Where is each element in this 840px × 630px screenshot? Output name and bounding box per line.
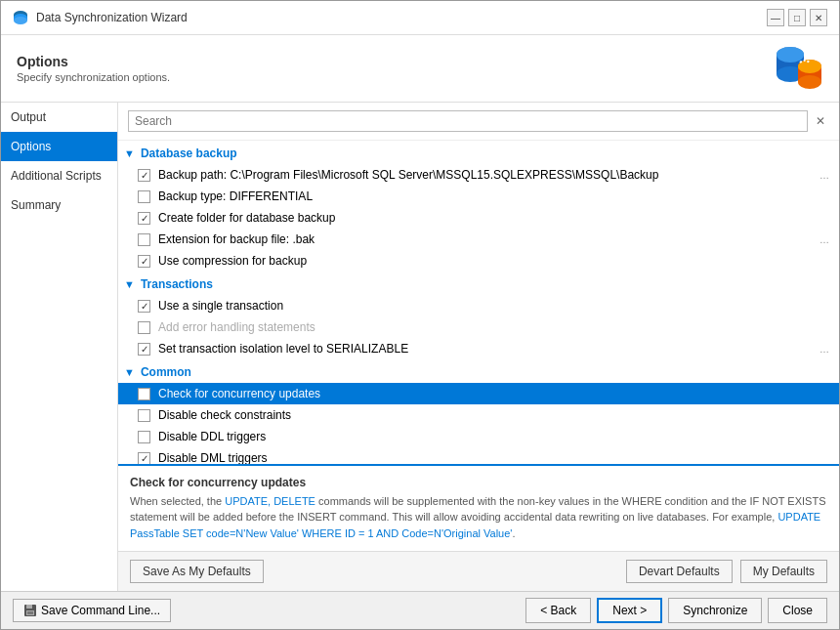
option-more-backup-path[interactable]: …	[819, 170, 829, 181]
option-disable-constraints[interactable]: Disable check constraints	[118, 404, 839, 426]
option-disable-ddl-triggers[interactable]: Disable DDL triggers	[118, 426, 839, 447]
app-icon	[13, 10, 28, 25]
options-inner: ▼ Database backup Backup path: C:\Progra…	[118, 141, 839, 464]
info-text-part-3: .	[512, 527, 515, 539]
footer: Save Command Line... < Back Next > Synch…	[1, 591, 839, 629]
option-checkbox-disable-dml[interactable]	[138, 452, 150, 464]
close-button[interactable]: Close	[768, 598, 827, 623]
option-backup-path[interactable]: Backup path: C:\Program Files\Microsoft …	[118, 164, 839, 186]
content-area: Output Options Additional Scripts Summar…	[1, 103, 839, 591]
option-more-isolation[interactable]: …	[819, 344, 829, 355]
chevron-down-icon-2: ▼	[124, 278, 135, 290]
main-panel: ✕ ▼ Database backup Backup path: C:\Prog…	[118, 103, 839, 591]
floppy-disk-icon	[23, 604, 37, 617]
main-window: Data Synchronization Wizard — □ ✕ Option…	[0, 0, 840, 630]
bottom-buttons: Save As My Defaults Devart Defaults My D…	[118, 551, 839, 591]
svg-point-11	[798, 75, 821, 89]
minimize-button[interactable]: —	[767, 9, 784, 26]
title-bar-controls: — □ ✕	[767, 9, 827, 26]
page-description: Specify synchronization options.	[17, 71, 170, 83]
option-checkbox-disable-ddl[interactable]	[138, 431, 150, 443]
bottom-buttons-right: Devart Defaults My Defaults	[626, 560, 827, 583]
footer-left: Save Command Line...	[13, 599, 171, 622]
svg-rect-14	[26, 605, 32, 609]
page-header: Options Specify synchronization options.	[1, 35, 839, 103]
option-checkbox-create-folder[interactable]	[138, 212, 150, 225]
option-single-transaction[interactable]: Use a single transaction	[118, 295, 839, 316]
page-title: Options	[17, 54, 170, 69]
option-error-handling[interactable]: Add error handling statements	[118, 316, 839, 338]
restore-button[interactable]: □	[788, 9, 806, 26]
svg-point-8	[777, 47, 804, 63]
info-panel: Check for concurrency updates When selec…	[118, 464, 839, 552]
svg-point-4	[14, 17, 27, 24]
option-extension-backup[interactable]: Extension for backup file: .bak …	[118, 229, 839, 250]
synchronize-button[interactable]: Synchronize	[668, 598, 762, 623]
devart-defaults-button[interactable]: Devart Defaults	[626, 560, 733, 583]
next-button[interactable]: Next >	[597, 598, 662, 623]
window-close-button[interactable]: ✕	[810, 9, 827, 26]
info-highlight-1: UPDATE, DELETE	[225, 495, 315, 507]
option-checkbox-extension-backup[interactable]	[138, 233, 150, 246]
window-title: Data Synchronization Wizard	[36, 11, 188, 24]
section-transactions[interactable]: ▼ Transactions	[118, 272, 839, 295]
chevron-down-icon: ▼	[124, 147, 135, 159]
sidebar-item-options[interactable]: Options	[1, 132, 117, 161]
option-backup-type[interactable]: Backup type: DIFFERENTIAL	[118, 186, 839, 207]
info-text: When selected, the UPDATE, DELETE comman…	[130, 493, 827, 542]
my-defaults-button[interactable]: My Defaults	[740, 560, 827, 583]
option-checkbox-compression[interactable]	[138, 255, 150, 268]
option-checkbox-backup-type[interactable]	[138, 190, 150, 203]
save-command-line-button[interactable]: Save Command Line...	[13, 599, 171, 622]
option-more-extension[interactable]: …	[819, 234, 829, 245]
search-bar: ✕	[118, 103, 839, 141]
back-button[interactable]: < Back	[525, 598, 591, 623]
sidebar-item-additional-scripts[interactable]: Additional Scripts	[1, 161, 117, 190]
search-input[interactable]	[128, 110, 808, 132]
option-checkbox-concurrency[interactable]	[138, 388, 150, 400]
option-use-compression[interactable]: Use compression for backup	[118, 250, 839, 272]
option-checkbox-backup-path[interactable]	[138, 169, 150, 182]
option-checkbox-single-transaction[interactable]	[138, 300, 150, 313]
title-bar-left: Data Synchronization Wizard	[13, 10, 188, 25]
svg-rect-16	[27, 611, 33, 614]
option-checkbox-error-handling[interactable]	[138, 321, 150, 334]
info-title: Check for concurrency updates	[130, 476, 827, 489]
save-defaults-button[interactable]: Save As My Defaults	[130, 560, 264, 583]
option-checkbox-transaction-isolation[interactable]	[138, 343, 150, 356]
option-create-folder[interactable]: Create folder for database backup	[118, 207, 839, 229]
sidebar: Output Options Additional Scripts Summar…	[1, 103, 118, 591]
info-text-part-1: When selected, the	[130, 495, 225, 507]
sidebar-item-summary[interactable]: Summary	[1, 190, 117, 220]
page-header-text: Options Specify synchronization options.	[17, 54, 170, 83]
option-concurrency-updates[interactable]: Check for concurrency updates	[118, 383, 839, 404]
options-scroll-area: ▼ Database backup Backup path: C:\Progra…	[118, 141, 839, 464]
section-common[interactable]: ▼ Common	[118, 359, 839, 383]
option-transaction-isolation[interactable]: Set transaction isolation level to SERIA…	[118, 338, 839, 359]
option-disable-dml-triggers[interactable]: Disable DML triggers	[118, 447, 839, 464]
title-bar: Data Synchronization Wizard — □ ✕	[1, 1, 839, 35]
header-icon	[773, 45, 823, 92]
sidebar-item-output[interactable]: Output	[1, 103, 117, 132]
option-checkbox-disable-constraints[interactable]	[138, 409, 150, 422]
search-clear-button[interactable]: ✕	[812, 112, 829, 130]
section-database-backup[interactable]: ▼ Database backup	[118, 141, 839, 164]
footer-right: < Back Next > Synchronize Close	[525, 598, 827, 623]
chevron-down-icon-3: ▼	[124, 366, 135, 378]
